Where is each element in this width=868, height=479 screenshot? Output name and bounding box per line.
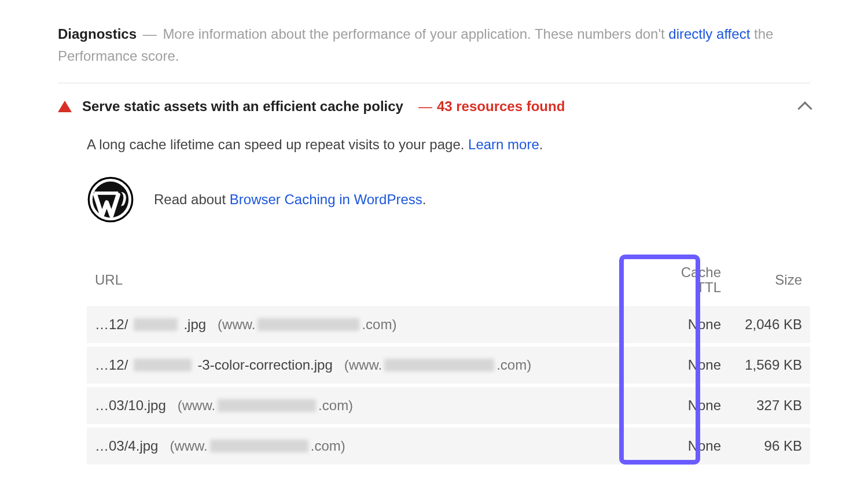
redacted-domain xyxy=(218,399,316,412)
col-header-url: URL xyxy=(95,272,646,288)
table-row: …12/.jpg(www..com)None2,046 KB xyxy=(87,306,810,343)
redacted-domain xyxy=(384,359,494,371)
url-prefix: …12/ xyxy=(95,357,128,373)
redacted-filename xyxy=(134,359,192,371)
chevron-up-icon[interactable] xyxy=(797,101,812,116)
table-header-row: URL CacheTTL Size xyxy=(87,255,810,306)
url-name-suffix: -3-color-correction.jpg xyxy=(197,357,332,373)
url-domain: (www..com) xyxy=(178,397,353,414)
audit-count-text: 43 resources found xyxy=(437,98,565,114)
table-row: …12/-3-color-correction.jpg(www..com)Non… xyxy=(87,347,810,384)
col-header-ttl: CacheTTL xyxy=(646,265,721,296)
diagnostics-header: Diagnostics — More information about the… xyxy=(58,23,810,83)
audit-title: Serve static assets with an efficient ca… xyxy=(82,98,403,115)
alert-triangle-icon xyxy=(58,101,72,112)
audit-item: Serve static assets with an efficient ca… xyxy=(58,83,810,465)
diagnostics-desc-before: More information about the performance o… xyxy=(163,26,668,42)
redacted-domain xyxy=(210,440,308,452)
diagnostics-title: Diagnostics xyxy=(58,26,137,42)
desc-period: . xyxy=(539,137,543,152)
audit-description: A long cache lifetime can speed up repea… xyxy=(87,137,810,153)
url-prefix: …12/ xyxy=(95,316,128,333)
audit-dash: — xyxy=(418,98,432,114)
cell-cache-ttl: None xyxy=(646,316,721,333)
table-row: …03/4.jpg(www..com)None96 KB xyxy=(87,428,810,465)
url-domain: (www..com) xyxy=(170,438,345,454)
cell-cache-ttl: None xyxy=(646,357,721,373)
cell-size: 2,046 KB xyxy=(721,316,802,333)
url-name-suffix: .jpg xyxy=(183,316,206,333)
redacted-domain xyxy=(258,318,359,331)
url-domain: (www..com) xyxy=(344,357,531,373)
diagnostics-dash: — xyxy=(143,26,157,42)
audit-body: A long cache lifetime can speed up repea… xyxy=(58,115,810,465)
cell-cache-ttl: None xyxy=(646,438,721,454)
cell-url: …12/-3-color-correction.jpg(www..com) xyxy=(95,357,646,373)
resources-table: URL CacheTTL Size …12/.jpg(www..com)None… xyxy=(87,255,810,465)
cell-size: 327 KB xyxy=(721,397,802,414)
svg-rect-2 xyxy=(94,191,118,195)
audit-header-row[interactable]: Serve static assets with an efficient ca… xyxy=(58,98,810,115)
desc-before: A long cache lifetime can speed up repea… xyxy=(87,137,468,152)
cell-url: …03/4.jpg(www..com) xyxy=(95,438,646,454)
cell-size: 1,569 KB xyxy=(721,357,802,373)
wp-text-after: . xyxy=(422,191,426,207)
url-prefix: …03/4.jpg xyxy=(95,438,158,454)
url-prefix: …03/10.jpg xyxy=(95,397,166,414)
wordpress-tip: Read about Browser Caching in WordPress. xyxy=(87,176,810,223)
wp-text-before: Read about xyxy=(154,191,230,207)
directly-affect-link[interactable]: directly affect xyxy=(668,26,750,42)
table-row: …03/10.jpg(www..com)None327 KB xyxy=(87,387,810,424)
cell-cache-ttl: None xyxy=(646,397,721,414)
cell-url: …12/.jpg(www..com) xyxy=(95,316,646,333)
cell-size: 96 KB xyxy=(721,438,802,454)
col-header-size: Size xyxy=(721,272,802,288)
wordpress-icon xyxy=(87,176,134,223)
browser-caching-link[interactable]: Browser Caching in WordPress xyxy=(230,191,422,207)
redacted-filename xyxy=(134,318,178,331)
url-domain: (www..com) xyxy=(218,316,396,333)
cell-url: …03/10.jpg(www..com) xyxy=(95,397,646,414)
learn-more-link[interactable]: Learn more xyxy=(468,137,539,152)
